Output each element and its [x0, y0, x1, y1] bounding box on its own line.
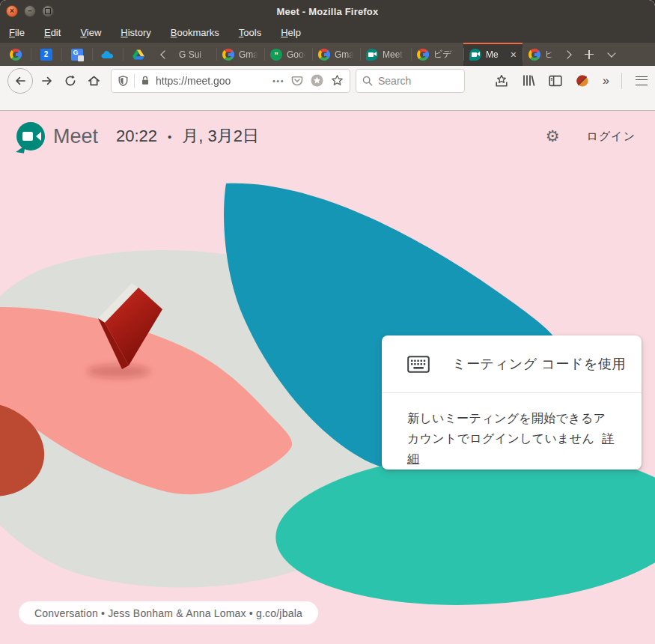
- use-meeting-code-button[interactable]: ミーティング コードを使用: [382, 335, 642, 393]
- tab-meet-active[interactable]: Me ×: [463, 43, 523, 66]
- header-dot: •: [168, 130, 171, 143]
- pinned-tab-drive[interactable]: [123, 43, 153, 66]
- new-tab-plus-icon: [585, 50, 594, 59]
- scroll-right-icon: [563, 50, 571, 58]
- tab-bar: G Sui Gmai Goog Gmai Meet ビデ Me ×: [0, 43, 655, 66]
- navigation-toolbar: https://meet.goo ••• »: [0, 66, 655, 95]
- library-icon[interactable]: [522, 74, 535, 87]
- onedrive-favicon: [101, 50, 114, 59]
- extension-blocked-icon[interactable]: [576, 74, 589, 88]
- menu-icon[interactable]: [636, 76, 648, 85]
- tab-meet-1[interactable]: Meet: [360, 43, 411, 66]
- meet-header: Meet 20:22 • 月, 3月2日 ログイン: [0, 120, 655, 153]
- tab-gmail-1[interactable]: Gmai: [216, 43, 264, 66]
- scroll-left-icon: [160, 50, 168, 58]
- search-icon: [362, 76, 373, 86]
- tab-list-button[interactable]: [600, 43, 623, 66]
- url-text: https://meet.goo: [156, 75, 271, 87]
- card-body: 新しいミーティングを開始できるアカウントでログインしていません詳細: [382, 393, 642, 469]
- reload-button[interactable]: [61, 71, 80, 91]
- pocket-icon[interactable]: [291, 75, 303, 87]
- meet-favicon: [366, 49, 378, 61]
- lock-icon[interactable]: [140, 75, 150, 86]
- window-titlebar: × − Meet - Mozilla Firefox: [0, 0, 655, 22]
- back-button[interactable]: [7, 68, 33, 94]
- shield-icon[interactable]: [118, 75, 129, 87]
- clock-date: 月, 3月2日: [182, 125, 259, 148]
- tab-close-icon[interactable]: ×: [511, 49, 517, 61]
- search-input[interactable]: [378, 75, 458, 87]
- attribution-text: Conversation • Jess Bonham & Anna Lomax …: [34, 607, 302, 619]
- menu-edit[interactable]: Edit: [44, 27, 61, 38]
- card-message: 新しいミーティングを開始できるアカウントでログインしていません: [407, 412, 606, 445]
- forward-button[interactable]: [37, 71, 57, 91]
- home-icon: [88, 75, 100, 87]
- card-title: ミーティング コードを使用: [452, 355, 626, 373]
- url-separator: [134, 74, 135, 88]
- tab-list-chevron-icon: [607, 49, 615, 57]
- reload-icon: [64, 75, 76, 87]
- meet-page: Meet 20:22 • 月, 3月2日 ログイン ミーティング コードを使用: [0, 111, 655, 644]
- pinned-tab-onedrive[interactable]: [92, 43, 123, 66]
- google-favicon: [528, 49, 540, 61]
- translate-favicon: [71, 49, 83, 61]
- back-icon: [14, 75, 26, 87]
- forward-icon: [41, 75, 53, 87]
- meet-brand: Meet: [53, 125, 98, 148]
- url-bar[interactable]: https://meet.goo •••: [111, 69, 350, 93]
- firefox-window: × − Meet - Mozilla Firefox File Edit Vie…: [0, 0, 655, 644]
- pinned-tab-google[interactable]: [0, 43, 31, 66]
- tab-scroll-right-button[interactable]: [558, 43, 578, 66]
- calendar-favicon: [40, 49, 52, 61]
- bookmarks-toolbar: [0, 95, 655, 111]
- google-favicon: [10, 49, 22, 61]
- menu-history[interactable]: History: [121, 27, 150, 38]
- login-button[interactable]: ログイン: [587, 130, 636, 144]
- menu-view[interactable]: View: [80, 27, 101, 38]
- menubar: File Edit View History Bookmarks Tools H…: [0, 22, 655, 43]
- clock-time: 20:22: [116, 127, 157, 146]
- google-favicon: [417, 49, 429, 61]
- home-button[interactable]: [84, 71, 103, 91]
- bookmark-star-icon[interactable]: [331, 74, 344, 87]
- google-favicon: [222, 49, 234, 61]
- menu-tools[interactable]: Tools: [239, 27, 261, 38]
- keyboard-icon: [407, 356, 430, 373]
- pinned-tab-translate[interactable]: [61, 43, 92, 66]
- tab-hangouts[interactable]: Goog: [264, 43, 312, 66]
- meet-logo-icon: [16, 122, 45, 151]
- menu-bookmarks[interactable]: Bookmarks: [171, 27, 219, 38]
- menu-help[interactable]: Help: [281, 27, 301, 38]
- hangouts-favicon: [270, 49, 282, 61]
- google-favicon: [318, 49, 330, 61]
- meeting-code-card: ミーティング コードを使用 新しいミーティングを開始できるアカウントでログインし…: [382, 335, 642, 470]
- overflow-icon[interactable]: »: [603, 74, 608, 88]
- attribution-pill: Conversation • Jess Bonham & Anna Lomax …: [19, 601, 318, 625]
- menu-file[interactable]: File: [9, 27, 25, 38]
- tab-gsuite[interactable]: G Sui: [173, 43, 216, 66]
- tab-video-2[interactable]: ビ: [523, 43, 558, 66]
- tab-scroll-left-button[interactable]: [153, 43, 173, 66]
- bookmarks-tray-icon[interactable]: [495, 74, 508, 88]
- pinned-tab-calendar[interactable]: [31, 43, 61, 66]
- tab-video[interactable]: ビデ: [411, 43, 463, 66]
- star-badge-icon[interactable]: [311, 74, 323, 87]
- meet-favicon: [469, 49, 481, 61]
- tab-gmail-2[interactable]: Gmai: [312, 43, 360, 66]
- page-actions-icon[interactable]: •••: [272, 76, 284, 85]
- sidebar-icon[interactable]: [549, 75, 562, 87]
- drive-favicon: [132, 49, 144, 60]
- search-bar[interactable]: [356, 69, 465, 93]
- new-tab-button[interactable]: [578, 43, 600, 66]
- toolbar-separator: [621, 73, 622, 89]
- window-title: Meet - Mozilla Firefox: [0, 6, 655, 17]
- settings-gear-icon[interactable]: [546, 127, 560, 145]
